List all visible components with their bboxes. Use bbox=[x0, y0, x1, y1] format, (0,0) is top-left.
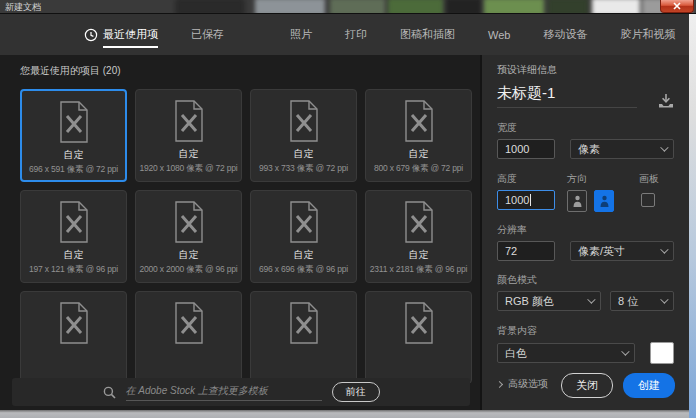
resolution-unit-value: 像素/英寸 bbox=[578, 244, 625, 259]
magnifier-icon bbox=[103, 386, 116, 399]
artboard-checkbox[interactable] bbox=[641, 193, 655, 207]
preset-card-dims: 696 x 591 像素 @ 72 ppi bbox=[29, 164, 118, 176]
save-preset-icon[interactable] bbox=[658, 94, 674, 108]
stock-go-button[interactable]: 前往 bbox=[332, 382, 380, 402]
window-titlebar: 新建文档 bbox=[0, 0, 696, 14]
background-app-right-edge bbox=[689, 14, 696, 418]
document-x-icon bbox=[287, 302, 321, 344]
bit-depth-value: 8 位 bbox=[618, 294, 638, 309]
stock-search-placeholder[interactable]: 在 Adobe Stock 上查找更多模板 bbox=[126, 384, 322, 401]
preset-card-dims: 993 x 733 像素 @ 72 ppi bbox=[259, 163, 348, 175]
background-blur-shape bbox=[484, 0, 544, 14]
document-x-icon bbox=[172, 302, 206, 344]
background-blur-shape bbox=[175, 0, 245, 14]
portrait-person-icon bbox=[573, 195, 582, 207]
background-blur-shape bbox=[388, 0, 443, 14]
chevron-down-icon bbox=[621, 347, 629, 355]
preset-card-title: 自定 bbox=[179, 147, 199, 161]
preset-card-partial[interactable] bbox=[250, 291, 357, 383]
preset-card-partial[interactable] bbox=[365, 291, 472, 383]
orientation-portrait-button[interactable] bbox=[567, 190, 587, 212]
tab-mobile[interactable]: 移动设备 bbox=[543, 14, 587, 55]
height-input[interactable]: 1000 bbox=[497, 190, 555, 210]
window-close-button[interactable] bbox=[660, 0, 694, 13]
tab-photo[interactable]: 照片 bbox=[290, 14, 312, 55]
clock-icon bbox=[84, 28, 98, 42]
color-mode-dropdown[interactable]: RGB 颜色 bbox=[497, 291, 601, 311]
close-x-icon bbox=[673, 2, 681, 10]
background-blur-shape bbox=[592, 0, 640, 14]
width-input[interactable]: 1000 bbox=[497, 139, 555, 159]
preset-card-title: 自定 bbox=[294, 248, 314, 262]
bit-depth-dropdown[interactable]: 8 位 bbox=[610, 291, 674, 311]
preset-card[interactable]: 自定 2000 x 2000 像素 @ 96 ppi bbox=[135, 190, 242, 283]
preset-category-tabbar: 最近使用项 已保存 照片 打印 图稿和插图 Web 移动设备 胶片和视频 bbox=[0, 14, 689, 55]
background-blur-shape bbox=[255, 0, 325, 14]
preset-card-dims: 197 x 121 像素 @ 96 ppi bbox=[29, 264, 118, 276]
preset-card-dims: 800 x 679 像素 @ 72 ppi bbox=[374, 163, 463, 175]
tab-label: 打印 bbox=[345, 27, 367, 42]
preset-card-partial[interactable] bbox=[135, 291, 242, 383]
tab-film-video[interactable]: 胶片和视频 bbox=[620, 14, 675, 55]
width-unit-dropdown[interactable]: 像素 bbox=[570, 139, 674, 159]
background-contents-value: 白色 bbox=[505, 346, 527, 361]
preset-card[interactable]: 自定 696 x 696 像素 @ 96 ppi bbox=[250, 190, 357, 283]
stock-search-bar[interactable]: 在 Adobe Stock 上查找更多模板 前往 bbox=[12, 378, 470, 406]
background-contents-dropdown[interactable]: 白色 bbox=[497, 343, 635, 363]
color-mode-label: 颜色模式 bbox=[497, 273, 674, 287]
document-x-icon bbox=[57, 302, 91, 344]
preset-card-partial[interactable] bbox=[20, 291, 127, 383]
resolution-input[interactable]: 72 bbox=[497, 241, 555, 261]
dialog-content: 您最近使用的项目 (20) 自定 696 x 591 像素 @ 72 ppi 自… bbox=[0, 55, 689, 410]
tab-label: 已保存 bbox=[191, 27, 224, 42]
new-document-dialog: 最近使用项 已保存 照片 打印 图稿和插图 Web 移动设备 胶片和视频 您最近… bbox=[0, 14, 689, 410]
close-button[interactable]: 关闭 bbox=[561, 373, 613, 398]
tab-recent[interactable]: 最近使用项 bbox=[84, 14, 158, 55]
background-contents-label: 背景内容 bbox=[497, 324, 674, 338]
color-mode-value: RGB 颜色 bbox=[505, 294, 554, 309]
chevron-down-icon bbox=[587, 295, 595, 303]
document-x-icon bbox=[57, 201, 91, 243]
preset-card-title: 自定 bbox=[409, 147, 429, 161]
orientation-label: 方向 bbox=[567, 172, 639, 186]
landscape-person-icon bbox=[600, 195, 609, 207]
chevron-right-icon bbox=[496, 380, 503, 387]
tab-web[interactable]: Web bbox=[488, 14, 510, 55]
preset-card-dims: 1920 x 1080 像素 @ 72 ppi bbox=[139, 163, 237, 175]
orientation-landscape-button[interactable] bbox=[594, 190, 614, 212]
tab-label: 胶片和视频 bbox=[620, 27, 675, 42]
preset-card[interactable]: 自定 2311 x 2181 像素 @ 96 ppi bbox=[365, 190, 472, 283]
preset-card-dims: 2311 x 2181 像素 @ 96 ppi bbox=[370, 264, 467, 276]
document-x-icon bbox=[402, 302, 436, 344]
document-x-icon bbox=[287, 201, 321, 243]
resolution-label: 分辨率 bbox=[497, 223, 674, 237]
background-blur-shape bbox=[548, 0, 588, 14]
preset-card[interactable]: 自定 197 x 121 像素 @ 96 ppi bbox=[20, 190, 127, 283]
background-color-swatch[interactable] bbox=[650, 342, 674, 364]
document-name-field[interactable]: 未标题-1 bbox=[497, 84, 637, 108]
tab-saved[interactable]: 已保存 bbox=[191, 14, 224, 55]
preset-details-panel: 预设详细信息 未标题-1 宽度 1000 像素 bbox=[482, 55, 689, 410]
window-title: 新建文档 bbox=[5, 1, 41, 14]
recent-items-heading: 您最近使用的项目 (20) bbox=[0, 55, 480, 78]
preset-card[interactable]: 自定 696 x 591 像素 @ 72 ppi bbox=[20, 89, 127, 182]
height-value: 1000 bbox=[505, 194, 529, 206]
preset-card-title: 自定 bbox=[294, 147, 314, 161]
create-button[interactable]: 创建 bbox=[623, 373, 675, 398]
preset-details-heading: 预设详细信息 bbox=[497, 63, 674, 77]
tab-art-illustration[interactable]: 图稿和插图 bbox=[400, 14, 455, 55]
preset-card-title: 自定 bbox=[179, 248, 199, 262]
recent-items-section: 您最近使用的项目 (20) 自定 696 x 591 像素 @ 72 ppi 自… bbox=[0, 55, 482, 410]
tab-print[interactable]: 打印 bbox=[345, 14, 367, 55]
chevron-down-icon bbox=[660, 245, 668, 253]
document-x-icon bbox=[402, 201, 436, 243]
document-x-icon bbox=[172, 100, 206, 142]
preset-card[interactable]: 自定 993 x 733 像素 @ 72 ppi bbox=[250, 89, 357, 182]
width-unit-value: 像素 bbox=[578, 142, 600, 157]
preset-card-dims: 696 x 696 像素 @ 96 ppi bbox=[259, 264, 348, 276]
preset-card[interactable]: 自定 1920 x 1080 像素 @ 72 ppi bbox=[135, 89, 242, 182]
chevron-down-icon bbox=[660, 143, 668, 151]
resolution-unit-dropdown[interactable]: 像素/英寸 bbox=[570, 241, 674, 261]
preset-card[interactable]: 自定 800 x 679 像素 @ 72 ppi bbox=[365, 89, 472, 182]
width-label: 宽度 bbox=[497, 121, 674, 135]
